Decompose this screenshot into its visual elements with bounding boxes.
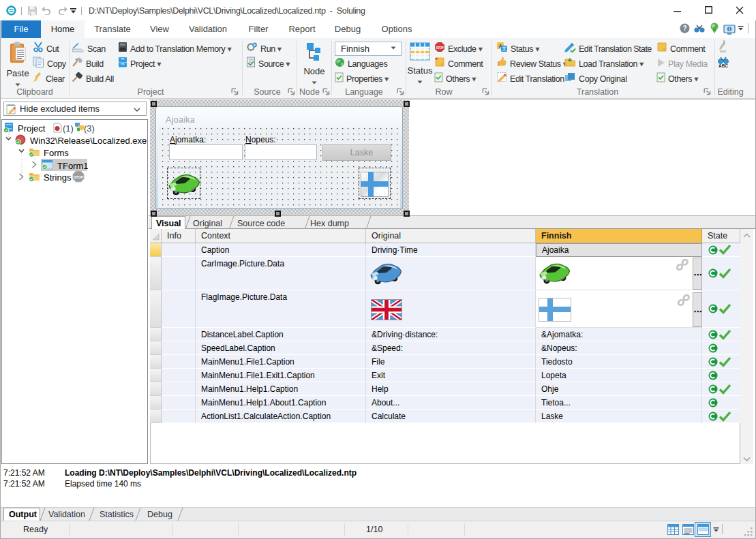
svg-text:文: 文 [502,46,506,51]
svg-text:ABC: ABC [719,63,728,68]
svg-text:i: i [729,27,730,31]
svg-text:?: ? [682,25,686,32]
svg-text:STOP: STOP [74,175,83,179]
svg-text:STOP: STOP [436,46,444,50]
